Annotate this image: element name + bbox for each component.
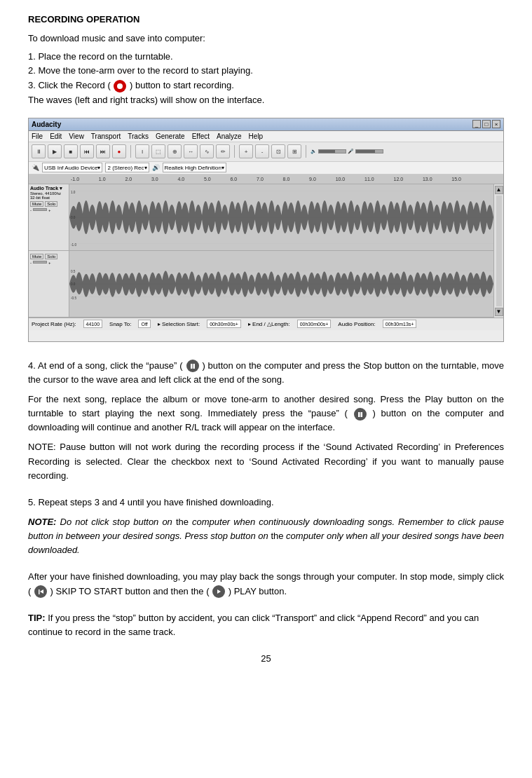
para-5: 5. Repeat steps 3 and 4 until you have f… (28, 496, 504, 510)
device-icon: 🔌 (32, 164, 39, 171)
svg-rect-17 (358, 412, 360, 417)
selection-end-value[interactable]: 00h30m00s+ (297, 320, 332, 328)
step-1: 1. Place the record on the turntable. (28, 50, 504, 64)
maximize-button[interactable]: □ (482, 120, 491, 128)
project-rate-label: Project Rate (Hz): (32, 321, 76, 327)
audacity-toolbar-1: ⏸ ▶ ■ ⏮ ⏭ ● I ⬚ ⊕ ↔ ∿ ✏ + - ⊡ ⊞ 🔈 🎤 (29, 142, 503, 162)
record-tb-btn[interactable]: ● (112, 144, 126, 158)
audacity-titlebar: Audacity _ □ × (29, 118, 503, 131)
stop-tb-btn[interactable]: ■ (64, 144, 78, 158)
audacity-timeline: -1.0 1.0 2.0 3.0 4.0 5.0 6.0 7.0 8.0 9.0… (29, 175, 503, 184)
project-rate-value[interactable]: 44100 (83, 320, 102, 328)
intro-text: To download music and save into computer… (28, 32, 504, 46)
note-text-1: Do not click stop button on (56, 517, 172, 527)
track-1-waveform[interactable]: 1.0 0.0 -1.0 (69, 184, 493, 251)
menu-tracks[interactable]: Tracks (128, 132, 149, 140)
cursor-tb-btn[interactable]: I (135, 144, 149, 158)
mute-1-btn[interactable]: Mute (30, 201, 43, 207)
solo-2-btn[interactable]: Solo (45, 254, 57, 259)
end-length-label: ▸ End / △Length: (248, 321, 290, 327)
draw-tb-btn[interactable]: ✏ (216, 144, 230, 158)
channels-dropdown[interactable]: 2 (Stereo) Rec ▾ (105, 163, 149, 172)
audio-device-dropdown[interactable]: USB Inf Audio Device ▾ (42, 163, 102, 172)
mute-2-btn[interactable]: Mute (30, 254, 43, 259)
timeshift-tb-btn[interactable]: ↔ (184, 144, 198, 158)
speaker-icon: 🔊 (152, 164, 160, 171)
track-1-gain: - + (30, 208, 67, 212)
step-3: 3. Click the Record ( ) button to start … (28, 79, 504, 93)
svg-text:0.0: 0.0 (71, 282, 76, 286)
menu-generate[interactable]: Generate (156, 132, 185, 140)
play-tb-btn[interactable]: ▶ (48, 144, 62, 158)
select-tb-btn[interactable]: ⬚ (151, 144, 165, 158)
para-note: NOTE: Do not click stop button on the co… (28, 515, 504, 557)
para-4: 4. At end of a song, click the “pause” (… (28, 359, 504, 387)
menu-effect[interactable]: Effect (192, 132, 210, 140)
input-vol-slider[interactable] (318, 149, 346, 153)
solo-1-btn[interactable]: Solo (45, 201, 57, 207)
audacity-screenshot: Audacity _ □ × File Edit View Transport … (28, 118, 504, 342)
selection-start-label: ▸ Selection Start: (158, 321, 200, 327)
menu-file[interactable]: File (32, 132, 43, 140)
skip-end-tb-btn[interactable]: ⏭ (96, 144, 110, 158)
zoom-sel-tb-btn[interactable]: ⊞ (287, 144, 301, 158)
track-1-info: Stereo, 44100hz32-bit float (30, 191, 67, 200)
audio-pos-value[interactable]: 00h30m13s+ (383, 320, 417, 328)
audacity-device-bar: 🔌 USB Inf Audio Device ▾ 2 (Stereo) Rec … (29, 162, 503, 175)
menu-view[interactable]: View (69, 132, 84, 140)
track-1-title: Audio Track ▾ (30, 186, 67, 191)
pause-icon-1 (186, 360, 199, 372)
toolbar-separator-2 (234, 145, 235, 158)
toolbar-separator-1 (130, 145, 131, 158)
minimize-button[interactable]: _ (472, 120, 481, 128)
zoom-out-tb-btn[interactable]: - (255, 144, 269, 158)
tip-label: TIP: (28, 613, 46, 623)
waveforms-column: 1.0 0.0 -1.0 0.5 0.0 -0.5 (69, 184, 493, 318)
gain-2-slider[interactable] (33, 261, 47, 264)
svg-marker-21 (217, 589, 221, 594)
para-next-song: For the next song, replace the album or … (28, 393, 504, 435)
page-number: 25 (28, 653, 504, 664)
svg-text:1.0: 1.0 (71, 189, 76, 193)
svg-rect-19 (39, 589, 40, 594)
close-button[interactable]: × (492, 120, 500, 128)
menu-help[interactable]: Help (249, 132, 264, 140)
track-2-waveform-svg: 0.5 0.0 -0.5 (69, 251, 493, 317)
scroll-down-btn[interactable]: ▼ (495, 308, 503, 316)
window-controls[interactable]: _ □ × (472, 120, 500, 128)
track-2-controls[interactable]: Mute Solo (30, 254, 67, 259)
menu-edit[interactable]: Edit (50, 132, 62, 140)
zoom-in-tb-btn[interactable]: + (239, 144, 253, 158)
scroll-up-btn[interactable]: ▲ (495, 186, 503, 194)
menu-analyze[interactable]: Analyze (217, 132, 242, 140)
record-icon (114, 80, 126, 93)
tip-paragraph: TIP: If you press the “stop” button by a… (28, 611, 504, 639)
menu-transport[interactable]: Transport (91, 132, 121, 140)
svg-text:-1.0: -1.0 (71, 242, 76, 246)
snap-to-value[interactable]: Off (138, 320, 150, 328)
track-2-label: Mute Solo - + (29, 251, 69, 318)
zoom-tb-btn[interactable]: ⊕ (168, 144, 182, 158)
audio-pos-label: Audio Position: (338, 321, 375, 327)
audacity-title: Audacity (32, 121, 61, 128)
selection-start-value[interactable]: 00h30m00s+ (207, 320, 241, 328)
fit-tb-btn[interactable]: ⊡ (271, 144, 285, 158)
track-1-controls[interactable]: Mute Solo (30, 201, 67, 207)
step-2: 2. Move the tone-arm over to the record … (28, 64, 504, 79)
output-vol-slider[interactable] (355, 149, 383, 153)
track-2-gain: - + (30, 261, 67, 265)
skip-start-tb-btn[interactable]: ⏮ (80, 144, 94, 158)
vertical-scrollbar[interactable]: ▲ ▼ (493, 184, 503, 318)
track-2-waveform[interactable]: 0.5 0.0 -0.5 (69, 251, 493, 318)
envelope-tb-btn[interactable]: ∿ (200, 144, 214, 158)
volume-controls: 🔈 🎤 (311, 149, 383, 154)
scroll-track[interactable] (496, 196, 502, 306)
playback-dropdown[interactable]: Realtek High Definition ▾ (163, 163, 226, 172)
svg-rect-18 (360, 412, 362, 417)
gain-1-slider[interactable] (33, 208, 47, 211)
svg-text:-0.5: -0.5 (71, 295, 76, 299)
steps-list: 1. Place the record on the turntable. 2.… (28, 50, 504, 108)
para-playback: After your have finished downloading, yo… (28, 570, 504, 598)
toolbar-separator-3 (306, 145, 306, 158)
pause-tb-btn[interactable]: ⏸ (32, 144, 46, 158)
